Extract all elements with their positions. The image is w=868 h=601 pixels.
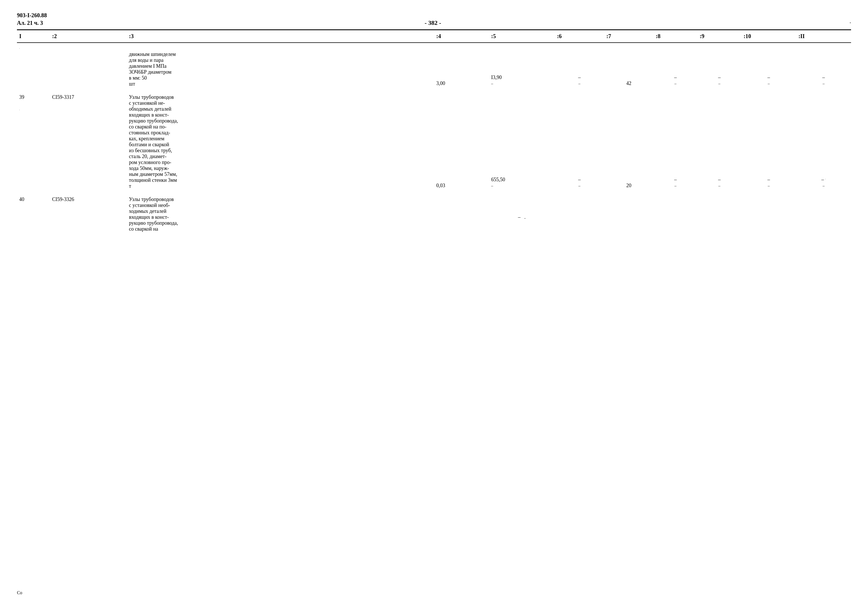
col-header-10: :10 [741, 30, 796, 43]
col-header-8: :8 [654, 30, 697, 43]
col-header-5: :5 [489, 30, 555, 43]
subtitle: Ал. 21 ч. 3 [17, 20, 43, 26]
row39-num: 39 · [17, 88, 50, 191]
main-table: I :2 :3 :4 :5 :6 :7 :8 :9 :10 :II · [17, 29, 851, 234]
row0-num: · [17, 43, 50, 88]
row39-col6: –– [555, 88, 604, 191]
col-header-3: :3 [127, 30, 434, 43]
table-row: · движным шпинделем для воды и пара давл… [17, 43, 851, 88]
page-header: 903-I-260.88 Ал. 21 ч. 3 - 382 - · [17, 11, 851, 26]
row39-desc: Узлы трубопроводов с установкой не- обхо… [127, 88, 434, 191]
row39-col8: –– [654, 88, 697, 191]
doc-number: 903-I-260.88 [17, 11, 851, 19]
row40-col8 [654, 191, 697, 234]
row0-col6: –– [555, 43, 604, 88]
row39-code: CI59-3317 [50, 88, 127, 191]
row0-col8: –– [654, 43, 697, 88]
col-header-4: :4 [434, 30, 489, 43]
col-header-6: :6 [555, 30, 604, 43]
row0-desc: движным шпинделем для воды и пара давлен… [127, 43, 434, 88]
row39-col4: 0,03 [434, 88, 489, 191]
row39-col5: 655,50 – [489, 88, 555, 191]
bottom-indicator: Co [17, 590, 22, 595]
page-number: - 382 - [43, 19, 823, 26]
table-row: 39 · CI59-3317 Узлы трубопроводов с уста… [17, 88, 851, 191]
row0-col4: 3,00 [434, 43, 489, 88]
row0-col9: –– [697, 43, 741, 88]
row40-col7 [604, 191, 654, 234]
row39-col7: 20 [604, 88, 654, 191]
row40-col11 [796, 191, 851, 234]
row0-code [50, 43, 127, 88]
row39-col10: –– [741, 88, 796, 191]
table-row: 40 CI59-3326 Узлы трубопроводов с устано… [17, 191, 851, 234]
row39-col9: –– [697, 88, 741, 191]
row40-num: 40 [17, 191, 50, 234]
row40-col4 [434, 191, 489, 234]
table-container: I :2 :3 :4 :5 :6 :7 :8 :9 :10 :II · [17, 29, 851, 234]
row0-col5: I3,90 – [489, 43, 555, 88]
row40-code: CI59-3326 [50, 191, 127, 234]
col-header-9: :9 [697, 30, 741, 43]
header-dot: · [823, 19, 851, 26]
col-header-1: I [17, 30, 50, 43]
row40-col9 [697, 191, 741, 234]
row40-desc: Узлы трубопроводов с установкой необ- хо… [127, 191, 434, 234]
row0-col10: –– [741, 43, 796, 88]
col-header-11: :II [796, 30, 851, 43]
row0-col11: –– [796, 43, 851, 88]
col-header-7: :7 [604, 30, 654, 43]
page-title-row: Ал. 21 ч. 3 - 382 - · [17, 19, 851, 26]
table-header-row: I :2 :3 :4 :5 :6 :7 :8 :9 :10 :II [17, 30, 851, 43]
row0-col7: 42 [604, 43, 654, 88]
row40-col10 [741, 191, 796, 234]
row40-col6 [555, 191, 604, 234]
row39-col11: – . – [796, 88, 851, 191]
row40-col5: – . [489, 191, 555, 234]
col-header-2: :2 [50, 30, 127, 43]
